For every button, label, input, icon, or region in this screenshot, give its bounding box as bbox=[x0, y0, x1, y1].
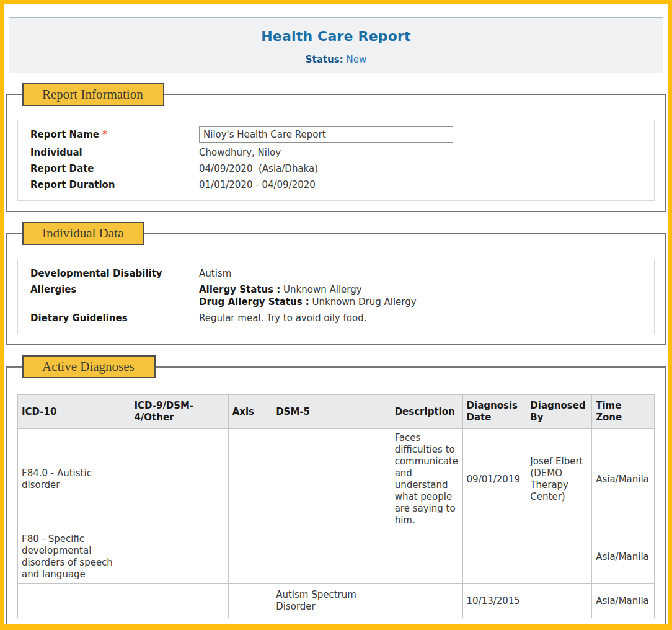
allergies-value: Allergy Status : Unknown Allergy Drug Al… bbox=[199, 283, 417, 308]
report-name-input[interactable] bbox=[199, 126, 453, 143]
cell-diagnosed-by bbox=[526, 584, 592, 618]
section-title-individual-data: Individual Data bbox=[22, 222, 144, 245]
drug-allergy-status-value: Unknown Drug Allergy bbox=[312, 296, 417, 308]
cell-dsm5: Autism Spectrum Disorder bbox=[272, 584, 391, 618]
cell-description bbox=[391, 584, 462, 618]
page-title: Health Care Report bbox=[9, 29, 663, 45]
column-header-time-zone: Time Zone bbox=[592, 395, 655, 429]
report-name-row: Report Name * bbox=[18, 126, 654, 144]
cell-dsm5 bbox=[272, 530, 391, 584]
required-asterisk: * bbox=[102, 129, 107, 140]
section-title-active-diagnoses: Active Diagnoses bbox=[22, 355, 156, 378]
cell-diagnosed-by: Josef Elbert (DEMO Therapy Center) bbox=[526, 429, 592, 530]
report-duration-row: Report Duration 01/01/2020 - 04/09/2020 bbox=[18, 177, 654, 193]
cell-diagnosed-by bbox=[526, 530, 592, 584]
developmental-disability-row: Developmental Disability Autism bbox=[18, 265, 654, 282]
section-individual-data: Individual Data Developmental Disability… bbox=[6, 222, 666, 345]
report-name-label-text: Report Name bbox=[30, 129, 99, 140]
column-header-description: Description bbox=[391, 395, 462, 429]
allergy-status-line: Allergy Status : Unknown Allergy bbox=[199, 283, 417, 296]
status-value: New bbox=[346, 54, 366, 65]
individual-label: Individual bbox=[30, 146, 199, 159]
individual-row: Individual Chowdhury, Niloy bbox=[18, 144, 654, 161]
report-header: Health Care Report Status: New bbox=[9, 17, 663, 73]
column-header-icd9-dsm4-other: ICD-9/DSM-4/Other bbox=[130, 395, 228, 429]
cell-diagnosis-date: 09/01/2019 bbox=[462, 429, 526, 530]
report-date-label: Report Date bbox=[30, 162, 199, 175]
dietary-guidelines-label: Dietary Guidelines bbox=[30, 312, 199, 324]
active-diagnoses-table: ICD-10 ICD-9/DSM-4/Other Axis DSM-5 Desc… bbox=[17, 394, 655, 618]
cell-description bbox=[391, 530, 462, 584]
drug-allergy-status-line: Drug Allergy Status : Unknown Drug Aller… bbox=[199, 296, 417, 308]
individual-data-box: Developmental Disability Autism Allergie… bbox=[17, 259, 655, 334]
developmental-disability-value: Autism bbox=[199, 267, 231, 280]
health-care-report-page: Health Care Report Status: New Report In… bbox=[4, 17, 668, 630]
allergy-status-label: Allergy Status : bbox=[199, 284, 280, 295]
report-duration-value: 01/01/2020 - 04/09/2020 bbox=[199, 179, 316, 191]
cell-time-zone: Asia/Manila bbox=[592, 530, 655, 584]
column-header-icd10: ICD-10 bbox=[18, 395, 130, 429]
report-name-label: Report Name * bbox=[30, 128, 199, 143]
section-active-diagnoses: Active Diagnoses ICD-10 ICD-9/DSM-4/Othe… bbox=[6, 355, 666, 629]
cell-icd10: F80 - Specific developmental disorders o… bbox=[18, 530, 130, 584]
report-information-box: Report Name * Individual Chowdhury, Nilo… bbox=[17, 120, 655, 201]
section-title-report-information: Report Information bbox=[22, 83, 164, 106]
dietary-guidelines-value: Regular meal. Try to avoid oily food. bbox=[199, 312, 366, 324]
individual-value: Chowdhury, Niloy bbox=[199, 146, 281, 159]
cell-icd10: F84.0 - Autistic disorder bbox=[18, 429, 130, 530]
dietary-guidelines-row: Dietary Guidelines Regular meal. Try to … bbox=[18, 310, 654, 326]
diagnoses-header-row: ICD-10 ICD-9/DSM-4/Other Axis DSM-5 Desc… bbox=[18, 395, 655, 429]
allergies-label: Allergies bbox=[30, 283, 199, 308]
column-header-diagnosis-date: Diagnosis Date bbox=[462, 395, 526, 429]
cell-icd9-dsm4-other bbox=[130, 530, 228, 584]
allergies-row: Allergies Allergy Status : Unknown Aller… bbox=[18, 282, 654, 310]
report-date-row: Report Date 04/09/2020 (Asia/Dhaka) bbox=[18, 161, 654, 177]
cell-diagnosis-date bbox=[462, 530, 526, 584]
cell-axis bbox=[228, 429, 272, 530]
cell-icd9-dsm4-other bbox=[130, 584, 228, 618]
status-label: Status: bbox=[306, 54, 343, 65]
cell-axis bbox=[228, 584, 272, 618]
cell-axis bbox=[228, 530, 272, 584]
report-duration-label: Report Duration bbox=[30, 179, 199, 191]
column-header-dsm5: DSM-5 bbox=[272, 395, 391, 429]
cell-description: Faces difficulties to communicate and un… bbox=[391, 429, 462, 530]
diagnosis-row: F80 - Specific developmental disorders o… bbox=[18, 530, 655, 584]
diagnosis-row: F84.0 - Autistic disorder Faces difficul… bbox=[18, 429, 655, 530]
drug-allergy-status-label: Drug Allergy Status : bbox=[199, 296, 309, 308]
report-name-value bbox=[199, 128, 453, 143]
allergy-status-value: Unknown Allergy bbox=[283, 284, 362, 295]
cell-diagnosis-date: 10/13/2015 bbox=[462, 584, 526, 618]
cell-icd10 bbox=[18, 584, 130, 618]
cell-time-zone: Asia/Manila bbox=[592, 429, 655, 530]
cell-time-zone: Asia/Manila bbox=[592, 584, 655, 618]
diagnosis-row: Autism Spectrum Disorder 10/13/2015 Asia… bbox=[18, 584, 655, 618]
cell-icd9-dsm4-other bbox=[130, 429, 228, 530]
section-report-information: Report Information Report Name * Individ… bbox=[6, 83, 666, 212]
report-date-value: 04/09/2020 (Asia/Dhaka) bbox=[199, 162, 318, 175]
cell-dsm5 bbox=[272, 429, 391, 530]
status-line: Status: New bbox=[9, 53, 663, 66]
developmental-disability-label: Developmental Disability bbox=[30, 267, 199, 280]
column-header-axis: Axis bbox=[228, 395, 272, 429]
column-header-diagnosed-by: Diagnosed By bbox=[526, 395, 592, 429]
